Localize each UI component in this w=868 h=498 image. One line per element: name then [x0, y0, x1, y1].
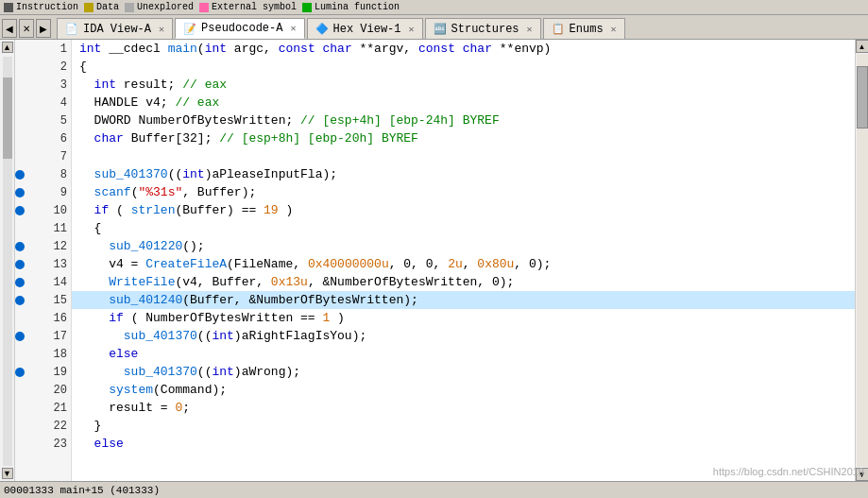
nav-close-button[interactable]: ✕: [19, 19, 34, 38]
tab-hex-view[interactable]: 🔷 Hex View-1 ✕: [307, 18, 423, 39]
code-line-19: sub_401370((int)aWrong);: [72, 363, 855, 381]
lumina-dot: [302, 3, 312, 12]
scroll-down-button[interactable]: ▼: [2, 468, 13, 479]
bp-9[interactable]: [15, 188, 25, 197]
tab-enum-close[interactable]: ✕: [611, 24, 617, 35]
bp-23[interactable]: [15, 439, 25, 449]
code-line-3: int result; // eax: [72, 76, 855, 94]
bp-5[interactable]: [15, 116, 25, 126]
gutter-row-20: 20: [15, 381, 71, 399]
tab-pseudo-close[interactable]: ✕: [290, 23, 296, 34]
code-line-12: sub_401220();: [72, 237, 855, 255]
gutter-row-11: 11: [15, 219, 71, 237]
bp-18[interactable]: [15, 350, 25, 359]
code-line-5: DWORD NumberOfBytesWritten; // [esp+4h] …: [72, 112, 855, 129]
gutter-row-4: 4: [15, 94, 71, 112]
code-line-1: int __cdecl main(int argc, const char **…: [72, 40, 855, 58]
gutter-row-2: 2: [15, 58, 71, 76]
code-line-21: result = 0;: [72, 399, 855, 417]
code-line-7: [72, 147, 855, 165]
bp-4[interactable]: [15, 98, 25, 108]
unexplored-dot: [125, 3, 134, 12]
bp-13[interactable]: [15, 260, 25, 269]
status-bar: 00001333 main+15 (401333): [0, 481, 868, 498]
legend-unexplored: Unexplored: [125, 2, 194, 12]
instruction-dot: [4, 3, 13, 12]
bp-16[interactable]: [15, 314, 25, 323]
line-gutter: 1 2 3 4 5 6 7: [15, 40, 72, 481]
tab-ida-label: IDA View-A: [83, 23, 151, 36]
tab-struct-label: Structures: [451, 23, 519, 36]
bp-19[interactable]: [15, 368, 25, 377]
bp-8[interactable]: [15, 170, 25, 180]
code-line-18: else: [72, 345, 855, 363]
gutter-row-18: 18: [15, 345, 71, 363]
tab-enum-icon: 📋: [552, 23, 565, 35]
right-scrollbar[interactable]: ▲ ▼: [855, 40, 868, 481]
tab-hex-label: Hex View-1: [333, 23, 401, 36]
bp-21[interactable]: [15, 404, 25, 413]
code-area[interactable]: int __cdecl main(int argc, const char **…: [72, 40, 855, 481]
gutter-row-13: 13: [15, 255, 71, 273]
bp-2[interactable]: [15, 62, 25, 72]
legend-external: External symbol: [199, 2, 297, 12]
code-line-10: if ( strlen(Buffer) == 19 ): [72, 201, 855, 219]
bp-14[interactable]: [15, 278, 25, 287]
gutter-row-3: 3: [15, 76, 71, 94]
bp-6[interactable]: [15, 134, 25, 144]
bp-11[interactable]: [15, 224, 25, 233]
scroll-track[interactable]: [857, 54, 868, 467]
code-line-15: sub_401240(Buffer, &NumberOfBytesWritten…: [72, 291, 855, 309]
legend-lumina: Lumina function: [302, 2, 400, 12]
nav-forward-button[interactable]: ▶: [36, 19, 51, 38]
bp-15[interactable]: [15, 296, 25, 305]
scroll-thumb[interactable]: [857, 66, 868, 129]
legend-data: Data: [84, 2, 119, 12]
code-line-16: if ( NumberOfBytesWritten == 1 ): [72, 309, 855, 327]
data-dot: [84, 3, 94, 12]
tab-struct-close[interactable]: ✕: [527, 24, 533, 35]
bp-20[interactable]: [15, 386, 25, 395]
watermark: https://blog.csdn.net/CSHIN2019: [713, 466, 864, 477]
scroll-up-button[interactable]: ▲: [2, 42, 13, 53]
gutter-row-23: 23: [15, 435, 71, 453]
gutter-row-14: 14: [15, 273, 71, 291]
bp-3[interactable]: [15, 80, 25, 90]
gutter-row-19: 19: [15, 363, 71, 381]
gutter-row-7: 7: [15, 147, 71, 165]
external-dot: [199, 3, 209, 12]
bp-17[interactable]: [15, 332, 25, 341]
left-sidebar: ▲ ▼: [0, 40, 15, 481]
bp-1[interactable]: [15, 44, 25, 54]
tab-hex-icon: 🔷: [315, 23, 329, 35]
tab-ida-view[interactable]: 📄 IDA View-A ✕: [57, 18, 173, 39]
bp-22[interactable]: [15, 421, 25, 431]
tab-pseudo-icon: 📝: [183, 23, 196, 35]
tab-ida-close[interactable]: ✕: [159, 24, 164, 35]
tab-structures[interactable]: 🔤 Structures ✕: [425, 18, 541, 39]
tab-enums[interactable]: 📋 Enums ✕: [543, 18, 625, 39]
legend-bar: Instruction Data Unexplored External sym…: [0, 0, 868, 15]
nav-back-button[interactable]: ◀: [2, 19, 17, 38]
scroll-up-btn[interactable]: ▲: [856, 40, 869, 53]
bp-10[interactable]: [15, 206, 25, 215]
code-line-2: {: [72, 58, 855, 76]
tabs-bar: ◀ ✕ ▶ 📄 IDA View-A ✕ 📝 Pseudocode-A ✕ 🔷 …: [0, 15, 868, 40]
gutter-row-5: 5: [15, 112, 71, 129]
gutter-row-9: 9: [15, 183, 71, 201]
tab-pseudocode[interactable]: 📝 Pseudocode-A ✕: [175, 18, 304, 39]
status-text: 00001333 main+15 (401333): [4, 485, 160, 496]
gutter-row-6: 6: [15, 129, 71, 147]
code-line-4: HANDLE v4; // eax: [72, 94, 855, 112]
gutter-row-17: 17: [15, 327, 71, 345]
main-area: ▲ ▼ 1 2 3 4: [0, 40, 868, 481]
bp-7[interactable]: [15, 152, 25, 162]
gutter-row-16: 16: [15, 309, 71, 327]
gutter-row-1: 1: [15, 40, 71, 58]
bp-12[interactable]: [15, 242, 25, 251]
tab-hex-close[interactable]: ✕: [409, 24, 415, 35]
gutter-row-8: 8: [15, 165, 71, 183]
code-line-9: scanf("%31s", Buffer);: [72, 183, 855, 201]
code-line-23: else: [72, 435, 855, 453]
gutter-row-22: 22: [15, 417, 71, 435]
